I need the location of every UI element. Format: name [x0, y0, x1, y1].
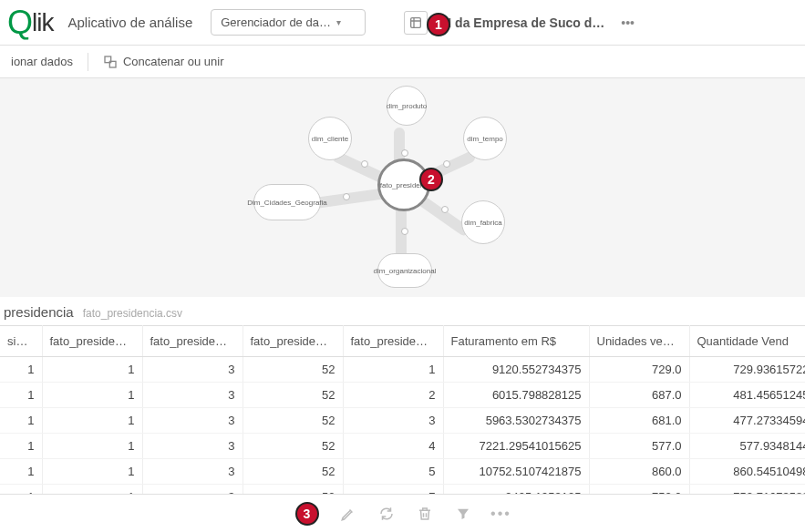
- add-data-button[interactable]: ionar dados: [5, 51, 78, 72]
- header-bar: Qlik Aplicativo de análise Gerenciador d…: [0, 0, 805, 46]
- table-cell: 1: [42, 408, 142, 434]
- filter-icon: [455, 506, 471, 522]
- table-title-bar: presidencia fato_presidencia.csv: [0, 297, 805, 325]
- model-node-dim-tempo[interactable]: dim_tempo: [463, 117, 507, 160]
- more-actions-button[interactable]: •••: [492, 505, 511, 523]
- table-cell: 9120.552734375: [443, 357, 589, 383]
- table-cell: 1: [0, 408, 42, 434]
- qlik-logo: Qlik: [7, 6, 53, 39]
- table-cell: 577.9348144: [689, 434, 805, 459]
- table-cell: 1: [42, 459, 142, 485]
- table-header-row: side… fato_preside… fato_preside… fato_p…: [0, 326, 805, 357]
- col-header[interactable]: side…: [0, 326, 42, 357]
- node-label: dim_cliente: [312, 135, 348, 143]
- col-header[interactable]: Quantidade Vend: [689, 326, 805, 357]
- table-cell: 687.0: [589, 383, 689, 408]
- delete-button[interactable]: [416, 505, 434, 523]
- preview-table-wrap: side… fato_preside… fato_preside… fato_p…: [0, 325, 805, 510]
- svg-rect-0: [411, 17, 421, 27]
- table-cell: 3: [343, 408, 443, 434]
- logo-text: lik: [32, 8, 53, 37]
- sheet-icon-button[interactable]: [404, 11, 428, 35]
- table-row[interactable]: 11352510752.5107421875860.0860.54510498: [0, 459, 805, 485]
- col-header[interactable]: Faturamento em R$: [443, 326, 589, 357]
- table-cell: 1: [343, 357, 443, 383]
- toolbar: ionar dados Concatenar ou unir: [0, 46, 805, 78]
- edit-button[interactable]: [339, 505, 357, 523]
- table-cell: 52: [243, 434, 343, 459]
- more-icon: •••: [490, 506, 511, 522]
- table-cell: 2: [343, 383, 443, 408]
- node-label: dim_tempo: [467, 135, 503, 143]
- col-header[interactable]: fato_preside…: [142, 326, 243, 357]
- table-cell: 3: [142, 459, 243, 485]
- table-cell: 1: [0, 459, 42, 485]
- table-cell: 860.54510498: [689, 459, 805, 485]
- table-cell: 52: [243, 383, 343, 408]
- link-dot-icon: [441, 206, 449, 213]
- table-row[interactable]: 1135247221.29541015625577.0577.9348144: [0, 434, 805, 459]
- node-label: Dim_Cidades_Geografia: [247, 199, 327, 207]
- table-cell: 10752.5107421875: [443, 459, 589, 485]
- link-dot-icon: [401, 228, 408, 235]
- app-title: Aplicativo de análise: [67, 15, 192, 30]
- table-cell: 4: [343, 434, 443, 459]
- annotation-2: 2: [419, 168, 443, 191]
- table-row[interactable]: 1135226015.798828125687.0481.45651245: [0, 383, 805, 408]
- table-cell: 3: [142, 357, 243, 383]
- more-menu-button[interactable]: •••: [615, 15, 640, 30]
- table-cell: 481.45651245: [689, 383, 805, 408]
- model-node-dim-cliente[interactable]: dim_cliente: [308, 117, 352, 160]
- table-cell: 5: [343, 459, 443, 485]
- view-dropdown[interactable]: Gerenciador de da… ▾: [211, 9, 366, 36]
- table-cell: 1: [0, 357, 42, 383]
- bottom-action-bar: 3 •••: [0, 494, 805, 532]
- model-node-dim-fabrica[interactable]: dim_fabrica: [461, 200, 505, 244]
- link-dot-icon: [401, 149, 408, 157]
- node-label: dim_organizacional: [374, 267, 437, 275]
- table-cell: 577.0: [589, 434, 689, 459]
- link-dot-icon: [361, 160, 368, 168]
- annotation-1: 1: [427, 13, 450, 36]
- table-cell: 1: [0, 434, 42, 459]
- concat-icon: [103, 55, 118, 69]
- data-model-canvas[interactable]: dim_produto dim_cliente dim_tempo Dim_Ci…: [0, 78, 805, 297]
- table-cell: 3: [142, 383, 243, 408]
- view-dropdown-label: Gerenciador de da…: [221, 15, 331, 29]
- concat-label: Concatenar ou unir: [123, 55, 224, 68]
- col-header[interactable]: Unidades ve…: [589, 326, 689, 357]
- table-cell: 1: [42, 434, 142, 459]
- table-cell: 681.0: [589, 408, 689, 434]
- col-header[interactable]: fato_preside…: [343, 326, 443, 357]
- table-cell: 3: [142, 408, 243, 434]
- table-cell: 52: [243, 408, 343, 434]
- logo-q-icon: Q: [7, 6, 32, 39]
- toolbar-separator: [88, 53, 88, 71]
- concat-button[interactable]: Concatenar ou unir: [98, 51, 230, 73]
- col-header[interactable]: fato_preside…: [243, 326, 343, 357]
- trash-icon: [417, 506, 433, 522]
- sheet-icon: [408, 15, 423, 30]
- model-node-dim-produto[interactable]: dim_produto: [387, 86, 427, 126]
- refresh-button[interactable]: [377, 505, 396, 523]
- filter-button[interactable]: [454, 505, 472, 523]
- add-data-label: ionar dados: [11, 55, 73, 68]
- table-cell: 1: [42, 383, 142, 408]
- annotation-3: 3: [295, 502, 319, 526]
- table-cell: 52: [243, 459, 343, 485]
- link-dot-icon: [443, 160, 450, 168]
- table-cell: 477.27334594: [689, 408, 805, 434]
- table-row[interactable]: 1135235963.5302734375681.0477.27334594: [0, 408, 805, 434]
- table-row[interactable]: 1135219120.552734375729.0729.93615722: [0, 357, 805, 383]
- node-label: dim_produto: [387, 102, 427, 110]
- table-cell: 5963.5302734375: [443, 408, 589, 434]
- table-filename: fato_presidencia.csv: [83, 307, 182, 320]
- model-node-dim-cidades[interactable]: Dim_Cidades_Geografia: [253, 184, 321, 220]
- col-header[interactable]: fato_preside…: [42, 326, 142, 357]
- model-node-dim-organizacional[interactable]: dim_organizacional: [377, 253, 432, 288]
- breadcrumb-app-name[interactable]: BI da Empresa de Suco d…: [439, 15, 604, 30]
- table-cell: 6015.798828125: [443, 383, 589, 408]
- table-body: 1135219120.552734375729.0729.93615722113…: [0, 357, 805, 510]
- table-cell: 7221.29541015625: [443, 434, 589, 459]
- preview-table: side… fato_preside… fato_preside… fato_p…: [0, 325, 805, 510]
